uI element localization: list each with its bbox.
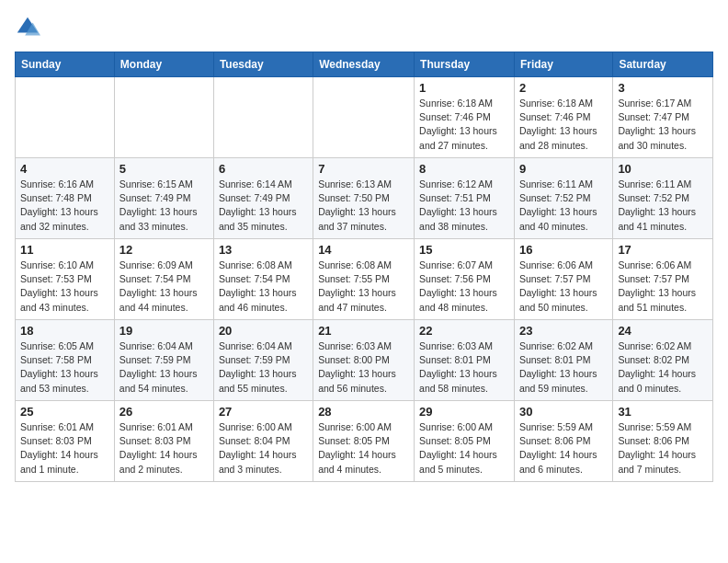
calendar-week-row: 11Sunrise: 6:10 AMSunset: 7:53 PMDayligh… — [16, 239, 713, 320]
day-info: Sunrise: 6:10 AMSunset: 7:53 PMDaylight:… — [20, 259, 109, 315]
day-info: Sunrise: 6:02 AMSunset: 8:02 PMDaylight:… — [618, 339, 708, 396]
calendar-cell: 1Sunrise: 6:18 AMSunset: 7:46 PMDaylight… — [415, 77, 515, 158]
day-number: 26 — [119, 405, 209, 419]
day-number: 5 — [119, 162, 209, 176]
calendar-cell — [313, 77, 415, 158]
day-number: 18 — [20, 324, 109, 338]
day-number: 19 — [119, 324, 209, 338]
calendar-table: SundayMondayTuesdayWednesdayThursdayFrid… — [15, 52, 713, 482]
day-info: Sunrise: 6:11 AMSunset: 7:52 PMDaylight:… — [519, 178, 608, 234]
calendar-cell: 14Sunrise: 6:08 AMSunset: 7:55 PMDayligh… — [313, 239, 415, 320]
page-header — [15, 15, 713, 40]
day-info: Sunrise: 6:18 AMSunset: 7:46 PMDaylight:… — [419, 97, 509, 153]
logo — [15, 15, 44, 40]
calendar-cell: 22Sunrise: 6:03 AMSunset: 8:01 PMDayligh… — [415, 320, 515, 401]
day-info: Sunrise: 6:06 AMSunset: 7:57 PMDaylight:… — [618, 259, 708, 315]
day-number: 2 — [519, 81, 608, 95]
day-info: Sunrise: 6:08 AMSunset: 7:54 PMDaylight:… — [219, 259, 308, 315]
calendar-cell: 23Sunrise: 6:02 AMSunset: 8:01 PMDayligh… — [514, 320, 612, 401]
day-number: 7 — [318, 162, 409, 176]
day-info: Sunrise: 6:00 AMSunset: 8:05 PMDaylight:… — [318, 420, 409, 477]
calendar-cell: 8Sunrise: 6:12 AMSunset: 7:51 PMDaylight… — [415, 158, 515, 239]
calendar-cell: 15Sunrise: 6:07 AMSunset: 7:56 PMDayligh… — [415, 239, 515, 320]
calendar-cell: 26Sunrise: 6:01 AMSunset: 8:03 PMDayligh… — [114, 401, 213, 482]
day-info: Sunrise: 6:15 AMSunset: 7:49 PMDaylight:… — [119, 178, 209, 234]
day-number: 17 — [618, 243, 708, 257]
day-info: Sunrise: 6:11 AMSunset: 7:52 PMDaylight:… — [618, 178, 708, 234]
calendar-cell: 11Sunrise: 6:10 AMSunset: 7:53 PMDayligh… — [16, 239, 115, 320]
day-info: Sunrise: 6:02 AMSunset: 8:01 PMDaylight:… — [519, 339, 608, 396]
day-info: Sunrise: 6:18 AMSunset: 7:46 PMDaylight:… — [519, 97, 608, 153]
day-info: Sunrise: 6:05 AMSunset: 7:58 PMDaylight:… — [20, 339, 109, 396]
calendar-cell: 6Sunrise: 6:14 AMSunset: 7:49 PMDaylight… — [213, 158, 313, 239]
calendar-cell: 19Sunrise: 6:04 AMSunset: 7:59 PMDayligh… — [114, 320, 213, 401]
calendar-cell: 31Sunrise: 5:59 AMSunset: 8:06 PMDayligh… — [613, 401, 713, 482]
day-number: 30 — [519, 405, 608, 419]
day-info: Sunrise: 6:06 AMSunset: 7:57 PMDaylight:… — [519, 259, 608, 315]
day-info: Sunrise: 5:59 AMSunset: 8:06 PMDaylight:… — [519, 420, 608, 477]
day-number: 27 — [219, 405, 308, 419]
calendar-cell: 30Sunrise: 5:59 AMSunset: 8:06 PMDayligh… — [514, 401, 612, 482]
day-info: Sunrise: 5:59 AMSunset: 8:06 PMDaylight:… — [618, 420, 708, 477]
weekday-header-row: SundayMondayTuesdayWednesdayThursdayFrid… — [16, 52, 713, 77]
day-number: 10 — [618, 162, 708, 176]
calendar-week-row: 18Sunrise: 6:05 AMSunset: 7:58 PMDayligh… — [16, 320, 713, 401]
day-info: Sunrise: 6:03 AMSunset: 8:00 PMDaylight:… — [318, 339, 409, 396]
day-number: 28 — [318, 405, 409, 419]
day-number: 9 — [519, 162, 608, 176]
calendar-cell: 4Sunrise: 6:16 AMSunset: 7:48 PMDaylight… — [16, 158, 115, 239]
day-number: 12 — [119, 243, 209, 257]
calendar-cell: 12Sunrise: 6:09 AMSunset: 7:54 PMDayligh… — [114, 239, 213, 320]
calendar-cell: 16Sunrise: 6:06 AMSunset: 7:57 PMDayligh… — [514, 239, 612, 320]
calendar-cell: 7Sunrise: 6:13 AMSunset: 7:50 PMDaylight… — [313, 158, 415, 239]
calendar-cell: 10Sunrise: 6:11 AMSunset: 7:52 PMDayligh… — [613, 158, 713, 239]
weekday-header-friday: Friday — [514, 52, 612, 77]
calendar-cell: 27Sunrise: 6:00 AMSunset: 8:04 PMDayligh… — [213, 401, 313, 482]
day-info: Sunrise: 6:04 AMSunset: 7:59 PMDaylight:… — [119, 339, 209, 396]
weekday-header-saturday: Saturday — [613, 52, 713, 77]
day-info: Sunrise: 6:04 AMSunset: 7:59 PMDaylight:… — [219, 339, 308, 396]
calendar-cell — [114, 77, 213, 158]
day-info: Sunrise: 6:13 AMSunset: 7:50 PMDaylight:… — [318, 178, 409, 234]
day-number: 15 — [419, 243, 509, 257]
calendar-cell: 20Sunrise: 6:04 AMSunset: 7:59 PMDayligh… — [213, 320, 313, 401]
day-info: Sunrise: 6:07 AMSunset: 7:56 PMDaylight:… — [419, 259, 509, 315]
calendar-cell: 29Sunrise: 6:00 AMSunset: 8:05 PMDayligh… — [415, 401, 515, 482]
calendar-cell: 28Sunrise: 6:00 AMSunset: 8:05 PMDayligh… — [313, 401, 415, 482]
weekday-header-monday: Monday — [114, 52, 213, 77]
day-number: 31 — [618, 405, 708, 419]
day-info: Sunrise: 6:01 AMSunset: 8:03 PMDaylight:… — [119, 420, 209, 477]
day-info: Sunrise: 6:08 AMSunset: 7:55 PMDaylight:… — [318, 259, 409, 315]
day-number: 6 — [219, 162, 308, 176]
calendar-cell: 13Sunrise: 6:08 AMSunset: 7:54 PMDayligh… — [213, 239, 313, 320]
day-number: 4 — [20, 162, 109, 176]
calendar-cell: 3Sunrise: 6:17 AMSunset: 7:47 PMDaylight… — [613, 77, 713, 158]
logo-icon — [15, 15, 40, 40]
day-info: Sunrise: 6:00 AMSunset: 8:05 PMDaylight:… — [419, 420, 509, 477]
calendar-cell: 24Sunrise: 6:02 AMSunset: 8:02 PMDayligh… — [613, 320, 713, 401]
day-info: Sunrise: 6:12 AMSunset: 7:51 PMDaylight:… — [419, 178, 509, 234]
day-number: 11 — [20, 243, 109, 257]
day-number: 24 — [618, 324, 708, 338]
day-number: 16 — [519, 243, 608, 257]
calendar-week-row: 25Sunrise: 6:01 AMSunset: 8:03 PMDayligh… — [16, 401, 713, 482]
calendar-cell: 18Sunrise: 6:05 AMSunset: 7:58 PMDayligh… — [16, 320, 115, 401]
calendar-cell: 5Sunrise: 6:15 AMSunset: 7:49 PMDaylight… — [114, 158, 213, 239]
calendar-cell: 2Sunrise: 6:18 AMSunset: 7:46 PMDaylight… — [514, 77, 612, 158]
calendar-week-row: 4Sunrise: 6:16 AMSunset: 7:48 PMDaylight… — [16, 158, 713, 239]
weekday-header-wednesday: Wednesday — [313, 52, 415, 77]
day-number: 20 — [219, 324, 308, 338]
weekday-header-sunday: Sunday — [16, 52, 115, 77]
day-number: 22 — [419, 324, 509, 338]
day-info: Sunrise: 6:14 AMSunset: 7:49 PMDaylight:… — [219, 178, 308, 234]
calendar-cell: 21Sunrise: 6:03 AMSunset: 8:00 PMDayligh… — [313, 320, 415, 401]
day-number: 14 — [318, 243, 409, 257]
day-info: Sunrise: 6:09 AMSunset: 7:54 PMDaylight:… — [119, 259, 209, 315]
day-info: Sunrise: 6:00 AMSunset: 8:04 PMDaylight:… — [219, 420, 308, 477]
calendar-cell: 9Sunrise: 6:11 AMSunset: 7:52 PMDaylight… — [514, 158, 612, 239]
calendar-week-row: 1Sunrise: 6:18 AMSunset: 7:46 PMDaylight… — [16, 77, 713, 158]
weekday-header-tuesday: Tuesday — [213, 52, 313, 77]
calendar-cell — [213, 77, 313, 158]
day-number: 25 — [20, 405, 109, 419]
calendar-cell: 17Sunrise: 6:06 AMSunset: 7:57 PMDayligh… — [613, 239, 713, 320]
